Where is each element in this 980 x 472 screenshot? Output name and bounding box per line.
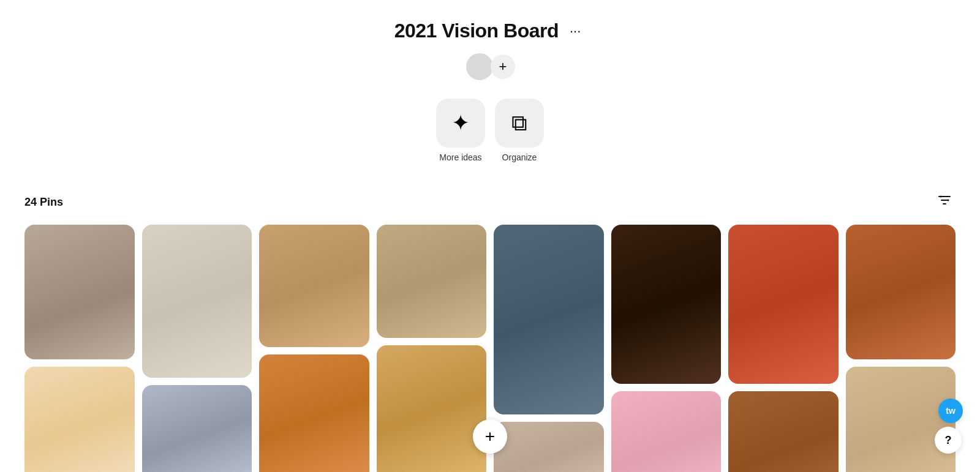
filter-icon xyxy=(937,193,952,208)
help-button[interactable]: ? xyxy=(935,427,962,454)
avatar xyxy=(465,52,494,81)
filter-button[interactable] xyxy=(933,189,956,215)
svg-point-3 xyxy=(940,196,942,198)
pin-card[interactable] xyxy=(846,367,956,472)
pin-column-2 xyxy=(259,225,369,472)
more-options-button[interactable]: ··· xyxy=(565,21,586,42)
pin-card[interactable] xyxy=(377,345,487,472)
organize-label: Organize xyxy=(502,152,537,162)
pin-card[interactable] xyxy=(259,354,369,472)
pins-count: 24 Pins xyxy=(24,196,63,209)
pin-card[interactable] xyxy=(728,225,839,384)
pin-card[interactable] xyxy=(494,225,604,414)
more-ideas-button[interactable]: ✦More ideas xyxy=(436,99,485,162)
organize-button[interactable]: ⧉Organize xyxy=(495,99,544,162)
pin-card[interactable] xyxy=(142,385,252,472)
add-collaborator-button[interactable]: + xyxy=(491,54,515,79)
pin-column-3 xyxy=(377,225,487,472)
pin-card[interactable] xyxy=(24,367,135,472)
pin-card[interactable] xyxy=(494,422,604,472)
add-pin-fab[interactable]: + xyxy=(473,419,507,454)
more-ideas-icon: ✦ xyxy=(436,99,485,148)
pin-card[interactable] xyxy=(142,225,252,378)
pin-card[interactable] xyxy=(611,391,722,472)
pin-column-1 xyxy=(142,225,252,472)
board-title: 2021 Vision Board xyxy=(394,20,559,42)
pin-card[interactable] xyxy=(24,225,135,359)
pin-card[interactable] xyxy=(377,225,487,338)
organize-icon: ⧉ xyxy=(495,99,544,148)
pin-column-0 xyxy=(24,225,135,472)
tw-badge: tw xyxy=(938,399,963,423)
pin-column-5 xyxy=(611,225,722,472)
pin-column-4 xyxy=(494,225,604,472)
pin-card[interactable] xyxy=(846,225,956,359)
pin-card[interactable] xyxy=(259,225,369,347)
more-ideas-label: More ideas xyxy=(439,152,481,162)
svg-point-4 xyxy=(948,200,949,201)
pin-column-6 xyxy=(728,225,839,472)
pin-card[interactable] xyxy=(728,391,839,472)
pin-card[interactable] xyxy=(611,225,722,384)
